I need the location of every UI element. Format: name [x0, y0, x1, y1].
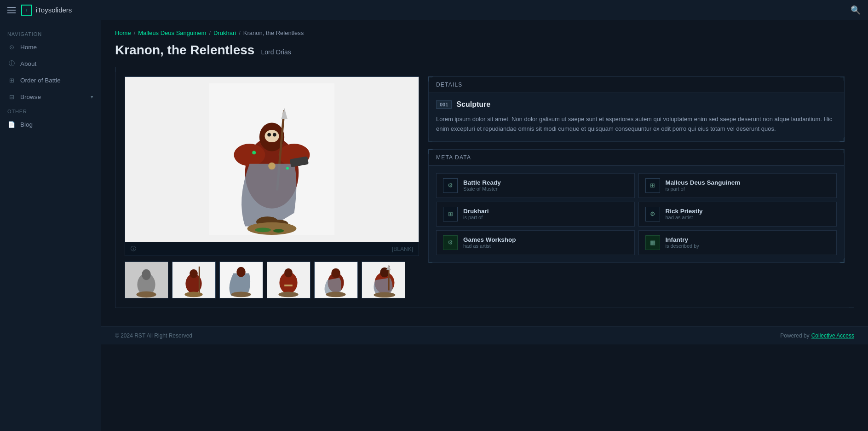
meta-sublabel-drukhari: is part of	[463, 215, 489, 220]
meta-card-drukhari[interactable]: ⊞ Drukhari is part of	[436, 202, 635, 227]
svg-point-34	[278, 292, 298, 297]
sculpture-badge-row: 001 Sculpture	[436, 100, 837, 109]
thumbnail-6[interactable]	[362, 262, 405, 298]
svg-point-13	[268, 163, 276, 170]
svg-point-27	[184, 292, 202, 297]
breadcrumb: Home / Malleus Deus Sanguinem / Drukhari…	[115, 29, 854, 36]
svg-point-17	[255, 228, 271, 233]
svg-rect-26	[199, 267, 200, 294]
meta-text-malleus: Malleus Deus Sanguinem is part of	[666, 179, 741, 192]
image-blank-label: [BLANK]	[392, 246, 413, 252]
meta-text-games-workshop: Games Workshop had as artist	[463, 236, 516, 249]
svg-point-2	[234, 144, 265, 166]
sidebar-item-about[interactable]: ⓘ About	[0, 55, 101, 72]
sidebar-item-browse[interactable]: ⊟ Browse ▾	[0, 88, 101, 105]
topbar-left: i iToysoliders	[7, 5, 72, 16]
breadcrumb-current: Kranon, the Relentless	[243, 29, 304, 36]
meta-label-battle-ready: Battle Ready	[463, 179, 501, 186]
meta-icon-battle-ready: ⚙	[443, 178, 458, 193]
logo-icon: i	[21, 5, 32, 16]
topbar: i iToysoliders 🔍	[0, 0, 868, 20]
sidebar-item-home[interactable]: ⊙ Home	[0, 39, 101, 55]
svg-point-30	[231, 292, 251, 297]
svg-point-38	[331, 268, 340, 279]
details-column: DETAILS 001 Sculpture Lorem ipsum dolor …	[428, 76, 845, 263]
thumbnail-4[interactable]	[267, 262, 310, 298]
meta-card-battle-ready[interactable]: ⚙ Battle Ready State of Muster	[436, 173, 635, 198]
meta-card-games-workshop[interactable]: ⚙ Games Workshop had as artist	[436, 230, 635, 255]
miniature-svg	[207, 83, 336, 235]
thumbnail-3[interactable]	[219, 262, 263, 298]
footer-collective-access-link[interactable]: Collective Access	[811, 332, 854, 339]
grid-icon: ⊞	[7, 76, 16, 84]
sidebar-item-blog[interactable]: 📄 Blog	[0, 116, 101, 133]
svg-rect-35	[284, 285, 293, 286]
thumbnails-row	[125, 262, 419, 298]
main-content: Home / Malleus Deus Sanguinem / Drukhari…	[101, 20, 868, 431]
search-icon[interactable]: 🔍	[851, 5, 861, 15]
meta-sublabel-malleus: is part of	[666, 186, 741, 192]
meta-icon-infantry: ▦	[645, 235, 660, 250]
footer-powered-text: Powered by	[780, 332, 809, 339]
meta-panel: META DATA ⚙ Battle Ready State of Muster	[428, 149, 845, 263]
svg-point-33	[284, 268, 293, 278]
sculpture-title: Sculpture	[456, 100, 490, 109]
svg-point-25	[190, 269, 198, 279]
main-card: ⓘ [BLANK]	[115, 67, 854, 308]
sidebar-label-blog: Blog	[20, 121, 93, 128]
thumbnail-5[interactable]	[314, 262, 358, 298]
main-image-wrapper	[125, 76, 419, 242]
breadcrumb-drukhari[interactable]: Drukhari	[213, 29, 236, 36]
thumbnail-2[interactable]	[172, 262, 216, 298]
description-text: Lorem ipsum dolor sit amet. Non dolor ga…	[436, 114, 837, 134]
svg-point-22	[136, 291, 156, 298]
meta-text-drukhari: Drukhari is part of	[463, 208, 489, 220]
home-icon: ⊙	[7, 43, 16, 51]
image-section: ⓘ [BLANK]	[125, 76, 845, 298]
meta-grid: ⚙ Battle Ready State of Muster ⊞	[436, 173, 837, 255]
sidebar-label-about: About	[20, 60, 93, 67]
svg-point-15	[252, 151, 256, 155]
svg-point-7	[273, 133, 276, 137]
nav-section-label: Navigation	[0, 28, 101, 39]
meta-card-rick[interactable]: ⚙ Rick Priestly had as artist	[638, 202, 837, 227]
meta-header: META DATA	[429, 150, 844, 166]
meta-label-malleus: Malleus Deus Sanguinem	[666, 179, 741, 186]
meta-icon-malleus: ⊞	[645, 178, 660, 193]
details-body: 001 Sculpture Lorem ipsum dolor sit amet…	[429, 93, 844, 141]
svg-point-6	[267, 133, 271, 137]
footer-right: Powered by Collective Access	[780, 332, 854, 339]
hamburger-icon[interactable]	[7, 7, 16, 13]
sidebar-item-order-of-battle[interactable]: ⊞ Order of Battle	[0, 72, 101, 88]
meta-text-infantry: Infantry is described by	[666, 236, 699, 249]
svg-point-18	[273, 229, 284, 233]
breadcrumb-malleus[interactable]: Malleus Deus Sanguinem	[138, 29, 206, 36]
meta-sublabel-infantry: is described by	[666, 243, 699, 249]
badge-num: 001	[436, 100, 452, 109]
meta-card-infantry[interactable]: ▦ Infantry is described by	[638, 230, 837, 255]
meta-text-battle-ready: Battle Ready State of Muster	[463, 179, 501, 192]
thumbnail-1[interactable]	[125, 262, 168, 298]
image-footer: ⓘ [BLANK]	[125, 242, 419, 256]
meta-label-infantry: Infantry	[666, 236, 699, 243]
svg-point-45	[374, 292, 395, 298]
chevron-down-icon: ▾	[91, 94, 93, 100]
meta-icon-drukhari: ⊞	[443, 207, 458, 221]
footer: © 2024 RST All Right Reserved Powered by…	[101, 326, 868, 344]
page-title: Kranon, the Relentless	[115, 43, 254, 58]
image-info-icon: ⓘ	[131, 245, 136, 253]
blog-icon: 📄	[7, 120, 16, 128]
other-section-label: Other	[0, 105, 101, 116]
svg-point-5	[264, 130, 279, 142]
sidebar: Navigation ⊙ Home ⓘ About ⊞ Order of Bat…	[0, 20, 101, 431]
browse-icon: ⊟	[7, 93, 16, 101]
details-header: DETAILS	[429, 77, 844, 93]
meta-icon-rick: ⚙	[645, 207, 660, 221]
svg-point-16	[286, 167, 289, 170]
layout: Navigation ⊙ Home ⓘ About ⊞ Order of Bat…	[0, 20, 868, 431]
meta-text-rick: Rick Priestly had as artist	[666, 208, 703, 220]
sidebar-label-order: Order of Battle	[20, 77, 93, 84]
meta-card-malleus[interactable]: ⊞ Malleus Deus Sanguinem is part of	[638, 173, 837, 198]
sidebar-label-browse: Browse	[20, 93, 86, 100]
breadcrumb-home[interactable]: Home	[115, 29, 131, 36]
